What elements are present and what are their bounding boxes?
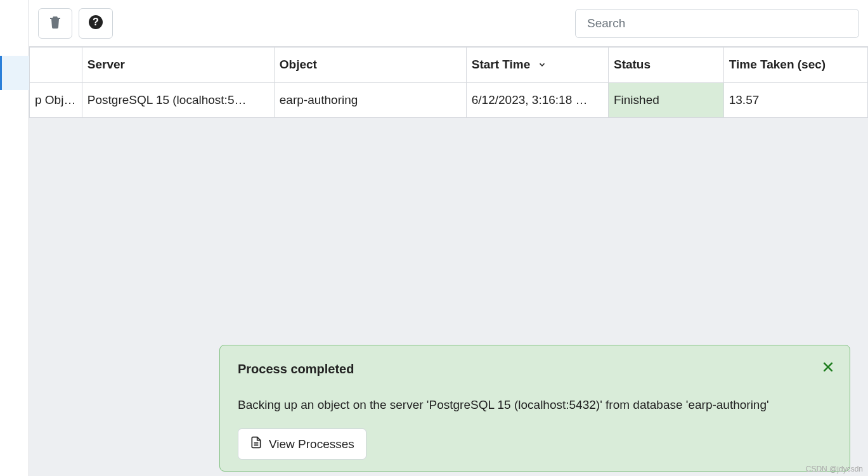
help-icon: ? [88, 15, 103, 32]
column-header-type[interactable] [30, 48, 82, 83]
notification-toast: Process completed Backing up an object o… [219, 345, 850, 472]
search-input[interactable] [575, 9, 859, 38]
cell-type: p Obje… [30, 82, 82, 117]
help-button[interactable]: ? [79, 8, 113, 39]
process-table-wrap: Server Object Start Time Status Time Tak… [29, 47, 868, 118]
column-header-start-time[interactable]: Start Time [466, 48, 608, 83]
table-row[interactable]: p Obje… PostgreSQL 15 (localhost:5… earp… [30, 82, 868, 117]
close-icon [822, 361, 834, 376]
cell-server: PostgreSQL 15 (localhost:5… [82, 82, 274, 117]
view-processes-button[interactable]: View Processes [238, 428, 366, 460]
file-icon [250, 435, 262, 453]
cell-start-time: 6/12/2023, 3:16:18 … [466, 82, 608, 117]
cell-status: Finished [608, 82, 723, 117]
chevron-down-icon [538, 58, 547, 72]
table-header-row: Server Object Start Time Status Time Tak… [30, 48, 868, 83]
process-table: Server Object Start Time Status Time Tak… [29, 47, 868, 118]
toolbar: ? [29, 0, 868, 47]
view-processes-label: View Processes [269, 437, 354, 451]
column-header-status[interactable]: Status [608, 48, 723, 83]
column-header-server[interactable]: Server [82, 48, 274, 83]
svg-text:?: ? [93, 16, 99, 27]
trash-icon [48, 15, 63, 32]
column-header-object[interactable]: Object [274, 48, 466, 83]
column-header-start-time-label: Start Time [472, 58, 531, 71]
cell-object: earp-authoring [274, 82, 466, 117]
notification-close-button[interactable] [819, 359, 837, 377]
sidebar-active-indicator [0, 56, 29, 90]
cell-time-taken: 13.57 [723, 82, 867, 117]
delete-button[interactable] [38, 8, 72, 39]
column-header-time-taken[interactable]: Time Taken (sec) [723, 48, 867, 83]
notification-title: Process completed [238, 362, 832, 376]
notification-message: Backing up an object on the server 'Post… [238, 398, 832, 412]
left-sidebar-strip [0, 0, 29, 476]
watermark: CSDN @jdycsdn [806, 465, 863, 473]
